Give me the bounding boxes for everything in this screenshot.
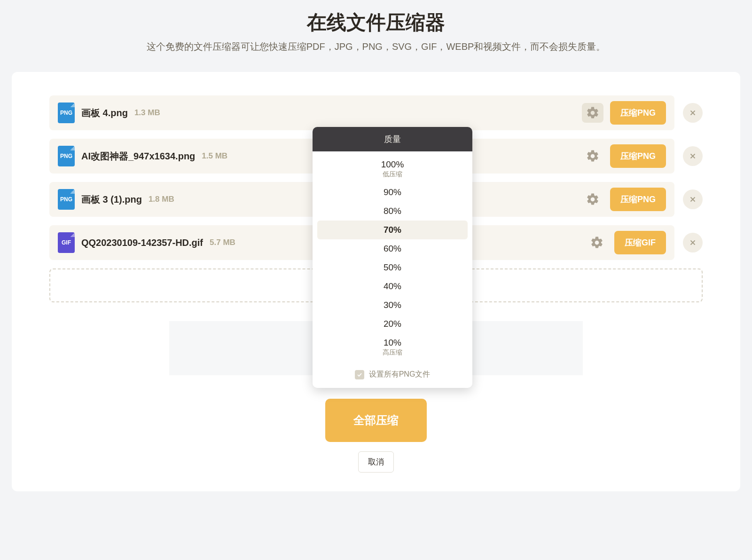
settings-button[interactable] xyxy=(582,103,603,123)
compress-button[interactable]: 压缩PNG xyxy=(610,101,666,125)
settings-button[interactable] xyxy=(582,189,603,209)
quality-option[interactable]: 60% xyxy=(317,239,468,258)
compress-button[interactable]: 压缩GIF xyxy=(614,231,666,254)
file-size: 5.7 MB xyxy=(210,238,235,247)
png-file-icon: PNG xyxy=(58,103,75,123)
quality-option[interactable]: 90% xyxy=(317,183,468,202)
cancel-button[interactable]: 取消 xyxy=(358,451,394,473)
page-title: 在线文件压缩器 xyxy=(0,9,752,36)
quality-header: 质量 xyxy=(313,127,472,151)
file-card: PNG画板 4.png1.3 MB压缩PNG xyxy=(49,95,674,130)
compress-all-button[interactable]: 全部压缩 xyxy=(325,399,427,442)
file-size: 1.8 MB xyxy=(149,195,174,204)
remove-file-button[interactable] xyxy=(683,189,703,209)
quality-option[interactable]: 80% xyxy=(317,202,468,221)
checkbox-icon xyxy=(355,370,364,379)
quality-popup: 质量 100%低压缩90%80%70%60%50%40%30%20%10%高压缩… xyxy=(313,127,472,388)
quality-value: 30% xyxy=(317,300,468,310)
file-size: 1.3 MB xyxy=(134,108,160,118)
quality-option[interactable]: 40% xyxy=(317,277,468,296)
remove-file-button[interactable] xyxy=(683,146,703,166)
main-panel: PNG画板 4.png1.3 MB压缩PNGPNGAI改图神器_947x1634… xyxy=(12,72,740,491)
compress-button[interactable]: 压缩PNG xyxy=(610,188,666,211)
quality-sublabel: 高压缩 xyxy=(317,348,468,357)
quality-option[interactable]: 50% xyxy=(317,258,468,277)
file-name: 画板 3 (1).png xyxy=(81,193,142,206)
apply-all-label: 设置所有PNG文件 xyxy=(369,370,431,379)
quality-option[interactable]: 100%低压缩 xyxy=(317,155,468,183)
quality-value: 90% xyxy=(317,187,468,197)
page-subtitle: 这个免费的文件压缩器可让您快速压缩PDF，JPG，PNG，SVG，GIF，WEB… xyxy=(0,40,752,53)
settings-button[interactable] xyxy=(582,146,603,166)
quality-value: 70% xyxy=(317,225,468,235)
gif-file-icon: GIF xyxy=(58,232,75,253)
quality-option[interactable]: 10%高压缩 xyxy=(317,333,468,361)
quality-value: 20% xyxy=(317,319,468,329)
quality-value: 100% xyxy=(317,159,468,170)
quality-option[interactable]: 20% xyxy=(317,315,468,333)
compress-button[interactable]: 压缩PNG xyxy=(610,144,666,168)
png-file-icon: PNG xyxy=(58,189,75,210)
quality-option[interactable]: 30% xyxy=(317,296,468,315)
file-row: PNG画板 4.png1.3 MB压缩PNG xyxy=(49,95,703,130)
remove-file-button[interactable] xyxy=(683,233,703,252)
quality-option[interactable]: 70% xyxy=(317,221,468,239)
quality-value: 60% xyxy=(317,244,468,254)
png-file-icon: PNG xyxy=(58,146,75,166)
quality-value: 50% xyxy=(317,262,468,273)
quality-value: 40% xyxy=(317,281,468,292)
quality-options: 100%低压缩90%80%70%60%50%40%30%20%10%高压缩 xyxy=(313,151,472,363)
quality-sublabel: 低压缩 xyxy=(317,170,468,179)
settings-button[interactable] xyxy=(586,233,608,252)
file-name: QQ20230109-142357-HD.gif xyxy=(81,237,203,248)
remove-file-button[interactable] xyxy=(683,103,703,123)
file-name: AI改图神器_947x1634.png xyxy=(81,150,195,163)
quality-value: 10% xyxy=(317,338,468,348)
file-name: 画板 4.png xyxy=(81,107,128,119)
file-size: 1.5 MB xyxy=(202,151,227,161)
apply-all-toggle[interactable]: 设置所有PNG文件 xyxy=(313,363,472,388)
quality-value: 80% xyxy=(317,206,468,216)
